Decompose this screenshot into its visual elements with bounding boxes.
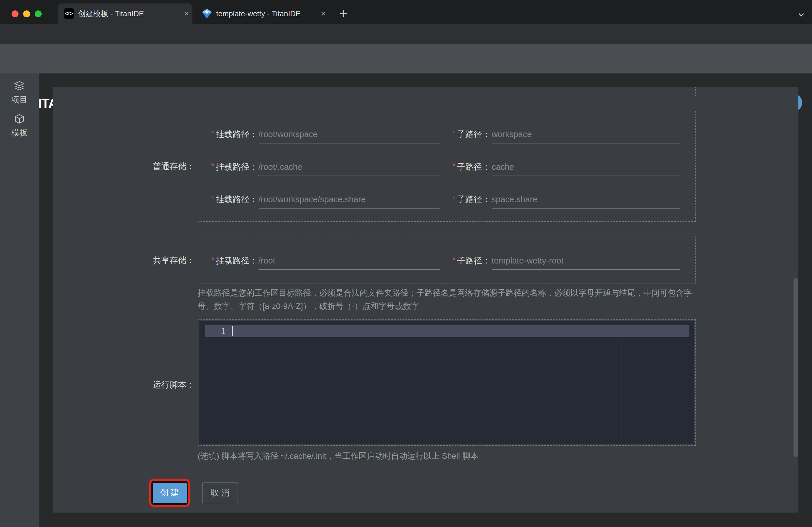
editor-active-line: 1 (205, 325, 689, 337)
app-header: <t>TITANIDE 创建模板 demo ? (0, 44, 812, 73)
editor-caret (232, 326, 233, 336)
script-editor[interactable]: 1 (199, 321, 694, 444)
layers-icon (14, 80, 25, 92)
browser-tab-active[interactable]: <t> 创建模板 - TitanIDE × (58, 3, 192, 24)
shared-storage-label: 共享存储： (140, 254, 195, 266)
required-asterisk: * (452, 255, 455, 264)
mount-path-input[interactable]: /root/.cache (258, 158, 440, 176)
sub-path-input[interactable]: cache (492, 158, 680, 176)
browser-toolbar: try.titanide.cn/ide/web/workspace/templa… (0, 24, 812, 44)
mount-path-label: * 挂载路径： (203, 191, 258, 208)
template-wetty-favicon-icon (202, 9, 212, 19)
sub-path-input[interactable]: template-wetty-root (492, 252, 680, 270)
mount-path-label: * 挂载路径： (203, 126, 258, 144)
mount-path-input[interactable]: /root/workspace (258, 126, 440, 144)
sub-path-input[interactable]: space.share (492, 191, 680, 208)
required-asterisk: * (452, 129, 455, 138)
tab-title: 创建模板 - TitanIDE (78, 9, 181, 19)
editor-line-number: 1 (205, 327, 232, 336)
path-rules-hint: 挂载路径是您的工作区目标路径，必须是合法的文件夹路径；子路径名是网络存储源子路径… (198, 286, 697, 313)
titanide-favicon-icon: <t> (64, 9, 74, 19)
new-tab-button[interactable] (338, 8, 349, 19)
tab-close-icon[interactable]: × (317, 9, 329, 18)
create-button-highlight-ring: 创 建 (149, 479, 190, 507)
run-script-label: 运行脚本： (145, 379, 195, 391)
cancel-button[interactable]: 取 消 (202, 482, 238, 503)
sub-path-label: * 子路径： (446, 126, 491, 144)
normal-storage-label: 普通存储： (140, 161, 195, 172)
run-script-note: (选填) 脚本将写入路径 ~/.cache/.init，当工作区启动时自动运行以… (198, 450, 697, 463)
app-sidebar: 项目 模板 (0, 73, 39, 527)
mount-path-input[interactable]: /root (258, 252, 440, 270)
sub-path-label: * 子路径： (446, 252, 491, 270)
sidebar-item-templates[interactable]: 模板 (0, 113, 39, 138)
sub-path-label: * 子路径： (446, 158, 491, 176)
sub-path-label: * 子路径： (446, 191, 491, 208)
tab-search-chevron-icon[interactable] (796, 10, 806, 20)
tab-title: template-wetty - TitanIDE (216, 9, 317, 18)
required-asterisk: * (452, 194, 455, 203)
mount-path-input[interactable]: /root/workspace/space.share (258, 191, 440, 208)
required-asterisk: * (211, 255, 214, 264)
tab-close-icon[interactable]: × (181, 9, 192, 18)
required-asterisk: * (211, 162, 214, 171)
create-button[interactable]: 创 建 (153, 483, 187, 503)
browser-tab-inactive[interactable]: template-wetty - TitanIDE × (196, 3, 329, 24)
window-minimize-button[interactable] (23, 11, 30, 17)
scrolled-storage-group-partial (198, 87, 696, 96)
create-template-form-card: 普通存储： * 挂载路径： /root/workspace * 子路径： wor… (53, 87, 798, 513)
window-zoom-button[interactable] (35, 11, 42, 17)
window-close-button[interactable] (12, 11, 18, 17)
sidebar-item-projects[interactable]: 项目 (0, 80, 39, 105)
page-scrollbar-thumb[interactable] (794, 278, 798, 457)
tab-divider (333, 9, 333, 18)
required-asterisk: * (211, 194, 214, 203)
sidebar-item-label: 项目 (0, 94, 39, 105)
required-asterisk: * (452, 162, 455, 171)
editor-ruler-line (622, 337, 622, 444)
sub-path-input[interactable]: workspace (492, 126, 680, 144)
required-asterisk: * (211, 129, 214, 138)
mount-path-label: * 挂载路径： (203, 252, 258, 270)
browser-tab-strip: <t> 创建模板 - TitanIDE × template-wetty - T… (0, 0, 812, 24)
cube-icon (14, 113, 25, 125)
mount-path-label: * 挂载路径： (203, 158, 258, 176)
screenshot-root: <t> 创建模板 - TitanIDE × template-wetty - T… (0, 0, 812, 527)
sidebar-item-label: 模板 (0, 127, 39, 138)
